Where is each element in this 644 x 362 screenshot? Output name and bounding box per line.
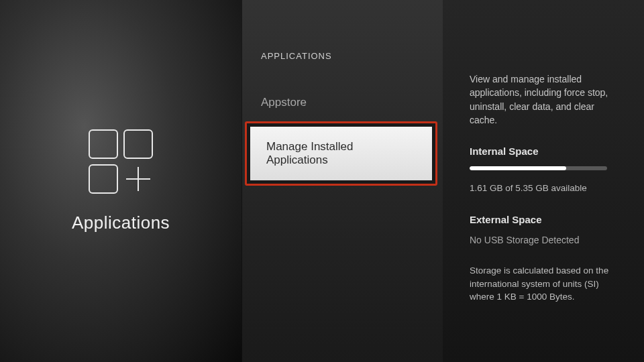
description-text: View and manage installed applications, … — [470, 72, 620, 127]
detail-panel: View and manage installed applications, … — [443, 0, 644, 362]
applications-icon — [89, 129, 153, 194]
internal-space-progress — [470, 166, 607, 170]
storage-footnote: Storage is calculated based on the inter… — [470, 264, 614, 304]
category-title: Applications — [72, 213, 170, 233]
menu-item-manage-applications-highlight: Manage Installed Applications — [245, 121, 437, 186]
menu-panel: APPLICATIONS Appstore Manage Installed A… — [241, 0, 443, 362]
menu-item-appstore[interactable]: Appstore — [242, 86, 443, 119]
external-space-status: No USB Storage Detected — [470, 235, 620, 245]
section-heading: APPLICATIONS — [242, 51, 443, 61]
internal-space-progress-fill — [470, 166, 566, 170]
internal-space-title: Internal Space — [470, 145, 620, 157]
external-space-title: External Space — [470, 214, 620, 225]
internal-space-available: 1.61 GB of 5.35 GB available — [470, 182, 620, 195]
plus-icon — [123, 164, 153, 194]
grid-square-icon — [89, 164, 118, 194]
grid-square-icon — [123, 129, 153, 159]
grid-square-icon — [89, 129, 118, 159]
left-panel: Applications — [0, 0, 241, 362]
menu-item-manage-applications[interactable]: Manage Installed Applications — [247, 123, 435, 184]
